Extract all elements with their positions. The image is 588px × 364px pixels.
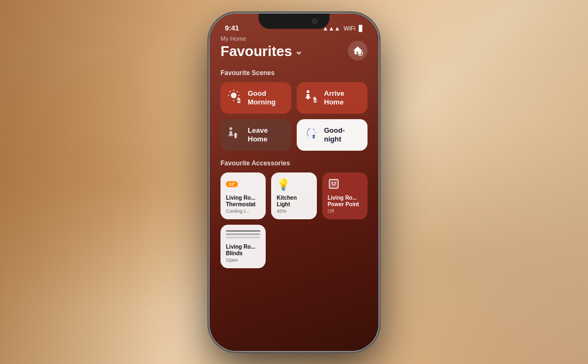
svg-rect-20 [329,179,338,188]
arrive-home-label: Arrive Home [324,89,361,106]
room-left-panel [0,0,196,364]
accessory-blinds[interactable]: Living Ro...Blinds Open [220,225,266,268]
phone-frame: 9:41 ▲▲▲ WiFi ▊ My Home Favourites ⌄ [210,14,378,351]
chevron-down-icon[interactable]: ⌄ [295,45,303,57]
thermostat-badge: 22° [226,181,238,187]
svg-rect-13 [314,100,315,101]
thermostat-status: Cooling t... [226,208,260,214]
svg-line-6 [230,91,230,91]
header-left: My Home Favourites ⌄ [220,35,303,60]
scene-arrive-home[interactable]: Arrive Home [297,82,367,114]
blinds-icon [226,230,260,240]
accessories-section-title: Favourite Accessories [220,159,367,167]
kitchen-light-status: 40% [277,208,311,214]
svg-line-7 [237,91,237,91]
favourites-label: Favourites [220,43,292,60]
status-time: 9:41 [225,24,239,32]
accessory-kitchen-light[interactable]: 💡 Kitchen Light 40% [271,172,316,219]
blinds-status: Open [226,257,260,263]
svg-rect-15 [235,135,237,138]
blinds-name: Living Ro...Blinds [226,244,260,257]
arrive-home-icon [303,89,318,107]
svg-rect-9 [238,100,238,102]
accessories-row-2: Living Ro...Blinds Open [220,225,367,268]
kitchen-light-name: Kitchen Light [277,195,311,208]
svg-rect-19 [313,136,315,138]
leave-home-label: Leave Home [248,126,285,143]
scene-goodnight[interactable]: Good-night [297,119,367,151]
battery-icon: ▊ [359,25,363,32]
wifi-icon: WiFi [344,25,356,32]
scenes-grid: Good Morning [220,82,367,151]
svg-rect-10 [240,100,240,102]
app-header: My Home Favourites ⌄ [220,35,367,60]
phone-screen: 9:41 ▲▲▲ WiFi ▊ My Home Favourites ⌄ [210,14,378,351]
status-icons: ▲▲▲ WiFi ▊ [322,25,363,32]
svg-point-11 [307,90,309,92]
notch [259,14,329,29]
goodnight-icon [303,126,318,144]
accessory-power-point[interactable]: Living Ro...Power Point Off [322,172,367,219]
leave-home-icon [227,126,242,144]
phone-mockup: 9:41 ▲▲▲ WiFi ▊ My Home Favourites ⌄ [210,14,378,351]
svg-point-22 [334,182,336,183]
screen-content: My Home Favourites ⌄ [210,35,378,268]
goodnight-label: Good-night [324,126,361,143]
home-icon [352,45,363,56]
svg-point-17 [313,128,315,131]
scenes-section-title: Favourite Scenes [220,69,367,77]
svg-point-18 [315,131,316,133]
favourites-title[interactable]: Favourites ⌄ [220,43,303,60]
good-morning-label: Good Morning [248,89,285,106]
thermostat-name: Living Ro...Thermostat [226,195,260,208]
svg-point-21 [332,182,333,183]
svg-rect-14 [316,100,316,101]
light-icon: 💡 [277,178,311,191]
svg-point-16 [229,127,232,129]
power-point-status: Off [328,208,362,214]
home-settings-button[interactable] [348,41,367,60]
scene-good-morning[interactable]: Good Morning [220,82,291,114]
svg-rect-23 [332,184,335,184]
power-point-name: Living Ro...Power Point [328,195,362,208]
svg-point-1 [231,92,237,98]
accessory-thermostat[interactable]: 22° Living Ro...Thermostat Cooling t... [220,172,266,219]
scene-leave-home[interactable]: Leave Home [220,119,291,151]
room-right-panel [392,0,588,364]
front-camera [312,18,317,24]
good-morning-icon [227,89,242,107]
my-home-label: My Home [220,35,303,42]
power-icon [328,178,362,193]
accessories-grid: 22° Living Ro...Thermostat Cooling t... … [220,172,367,219]
